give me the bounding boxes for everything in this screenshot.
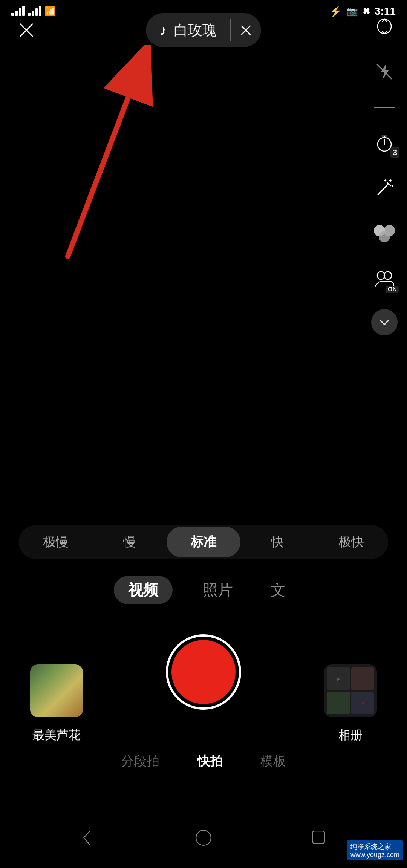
speed-item-jiman[interactable]: 极慢 xyxy=(19,527,93,557)
bottom-mode-quick[interactable]: 快拍 xyxy=(197,753,223,770)
timer-button[interactable]: 3 xyxy=(369,128,399,158)
svg-text:✦: ✦ xyxy=(391,184,394,188)
color-circles-icon xyxy=(374,225,395,242)
nav-back-button[interactable] xyxy=(73,823,103,853)
timer-badge: 3 xyxy=(390,147,399,158)
wifi-icon: ✖ xyxy=(363,6,370,17)
bottom-modes: 分段拍 快拍 模板 xyxy=(0,753,407,770)
flash-button[interactable] xyxy=(369,57,399,87)
dash-divider xyxy=(374,107,395,108)
bottom-mode-segment[interactable]: 分段拍 xyxy=(121,753,159,770)
color-circle-blue xyxy=(379,231,390,242)
gallery-label: 最美芦花 xyxy=(30,727,83,744)
svg-point-19 xyxy=(196,830,211,845)
more-button[interactable] xyxy=(371,309,398,335)
speed-item-standard[interactable]: 标准 xyxy=(167,527,240,557)
watermark: 纯净系统之家www.yougz.com xyxy=(347,840,403,860)
camera-status-icon: 📷 xyxy=(347,6,358,17)
close-button[interactable] xyxy=(11,15,41,45)
svg-text:✦: ✦ xyxy=(388,178,393,184)
music-info: ♪ 白玫瑰 xyxy=(146,13,230,47)
mode-tab-video[interactable]: 视频 xyxy=(114,576,173,604)
mode-tabs: 视频 照片 文 xyxy=(0,576,407,604)
svg-rect-20 xyxy=(312,831,324,843)
record-button[interactable] xyxy=(166,634,241,710)
signal-icon-1 xyxy=(11,7,25,16)
album-thumbnail[interactable]: ▶ ✕ xyxy=(324,664,377,717)
avatar-button[interactable]: ON xyxy=(369,264,399,294)
right-controls: 3 ✦ ✦ ✦ ON xyxy=(369,11,399,335)
record-area: 最美芦花 ▶ ✕ 相册 xyxy=(0,634,407,710)
record-button-inner xyxy=(171,640,236,704)
music-close-button[interactable] xyxy=(231,13,261,47)
nav-home-button[interactable] xyxy=(188,823,219,853)
speed-item-jikuai[interactable]: 极快 xyxy=(314,527,388,557)
album-thumb-image: ▶ ✕ xyxy=(324,664,377,717)
signal-icon-2 xyxy=(28,7,41,16)
magic-button[interactable]: ✦ ✦ ✦ xyxy=(369,173,399,204)
svg-line-10 xyxy=(378,184,389,195)
gallery-thumb-image xyxy=(30,664,83,717)
bottom-mode-template[interactable]: 模板 xyxy=(260,753,286,770)
on-badge: ON xyxy=(386,286,399,293)
gallery-thumbnail[interactable] xyxy=(30,664,83,717)
mode-tab-text[interactable]: 文 xyxy=(263,576,293,604)
music-note-icon: ♪ xyxy=(160,22,167,38)
flip-camera-button[interactable] xyxy=(369,11,399,41)
mode-tab-photo[interactable]: 照片 xyxy=(195,576,240,604)
bluetooth-icon: ⚡ xyxy=(329,5,342,18)
divider xyxy=(369,102,399,113)
nav-recent-button[interactable] xyxy=(304,823,334,853)
signal-text: 📶 xyxy=(44,6,56,17)
music-title: 白玫瑰 xyxy=(174,21,217,40)
speed-bar: 极慢 慢 标准 快 极快 xyxy=(19,525,388,559)
speed-item-fast[interactable]: 快 xyxy=(240,527,314,557)
arrow-annotation xyxy=(23,45,166,279)
color-button[interactable] xyxy=(369,219,399,249)
svg-line-18 xyxy=(68,68,139,256)
nav-bar xyxy=(0,823,407,853)
album-label: 相册 xyxy=(324,727,377,744)
music-badge: ♪ 白玫瑰 xyxy=(146,13,261,47)
speed-item-man[interactable]: 慢 xyxy=(93,527,167,557)
svg-text:✦: ✦ xyxy=(383,178,387,183)
